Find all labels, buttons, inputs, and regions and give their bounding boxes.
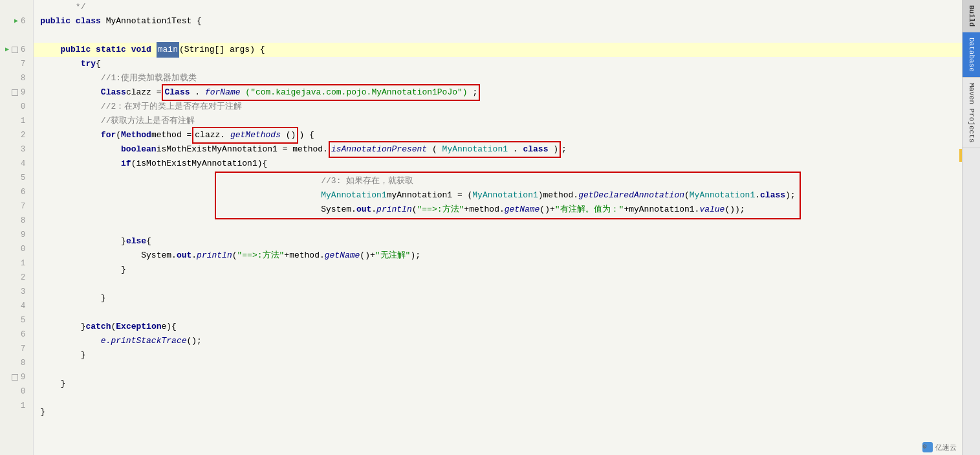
kw-public: public — [40, 14, 71, 28]
main-word-highlight: main — [157, 42, 179, 58]
line-numbers-gutter: ▶ 6 ▶ 6 7 8 9 0 1 2 3 4 5 6 — [0, 0, 34, 455]
code-line-sysout2: System. out . println ( "==>:方法" +method… — [34, 249, 962, 263]
myanno-cast: MyAnnotation1 — [472, 188, 538, 203]
close-main-brace: } — [60, 377, 65, 391]
watermark-area: ⚙ 亿速云 — [922, 442, 957, 452]
line-num-29: 9 — [5, 370, 28, 384]
kw-else: else — [126, 234, 146, 249]
indent13 — [40, 234, 121, 249]
indent20 — [40, 377, 60, 391]
getname-parens2: ()+ — [360, 249, 375, 263]
println-method2: println — [197, 249, 232, 263]
line-num-12: 2 — [5, 128, 28, 142]
code-editor[interactable]: ▶ 6 ▶ 6 7 8 9 0 1 2 3 4 5 6 — [0, 0, 980, 455]
brace-open: { — [96, 57, 101, 71]
code-line-main: public static void main (String[] args) … — [34, 43, 962, 57]
line-num-16: 6 — [5, 185, 28, 199]
code-line-if: if (isMothExistMyAnnotation1){ — [34, 157, 962, 171]
space2 — [101, 14, 106, 28]
line-num-10: 0 — [5, 100, 28, 114]
code-line-class-forname: Class clazz = Class . forName ("com.kaig… — [34, 85, 962, 100]
code-line-close-main: } — [34, 377, 962, 391]
kw-class2: Class — [101, 85, 126, 100]
code-line-close-else: } — [34, 263, 962, 277]
semi2: ; — [561, 142, 567, 157]
print-parens: (); — [186, 334, 201, 348]
ann-paren: ( — [432, 144, 437, 154]
indent1 — [40, 43, 60, 57]
code-line-myannotation: MyAnnotation1 myAnnotation1 = ( MyAnnota… — [220, 188, 795, 203]
line-num-9: 9 — [5, 85, 28, 100]
plus3: +method. — [284, 249, 324, 263]
code-line-blank2 — [34, 220, 962, 234]
red-box-main-block: //3: 如果存在，就获取 MyAnnotation1 myAnnotation… — [215, 172, 800, 219]
comment-end-text: */ — [40, 0, 85, 14]
line-num-27: 7 — [5, 342, 28, 356]
line-num-19: 9 — [5, 228, 28, 242]
close-try: } — [81, 320, 86, 334]
paren-open2: ( — [232, 249, 237, 263]
kw-if: if — [121, 157, 131, 171]
comment2-text: //2：在对于的类上是否存在对于注解 — [101, 100, 242, 114]
myanno-paren1: ( — [684, 188, 690, 203]
code-line-blank4 — [34, 305, 962, 320]
sidebar-tab-maven[interactable]: Maven Projects — [963, 78, 980, 148]
indent11 — [220, 188, 321, 203]
sp — [91, 43, 96, 57]
code-line-public-class: public class MyAnnotation1Test { — [34, 14, 962, 28]
getname-method2: getName — [325, 249, 360, 263]
line-num-14: 4 — [5, 157, 28, 171]
system-text2: System. — [141, 249, 177, 263]
kw-static: static — [96, 43, 126, 57]
comment4-text: //3: 如果存在，就获取 — [321, 174, 413, 188]
indent4 — [40, 85, 101, 100]
code-line-comment-end: */ — [34, 0, 962, 14]
line-num-22: 2 — [5, 271, 28, 285]
getname-method: getName — [505, 203, 540, 217]
red-box-isannotation: isAnnotationPresent ( MyAnnotation1 . cl… — [329, 141, 561, 158]
string-2a: "==>:方法" — [237, 249, 285, 263]
right-sidebar: Build Database Maven Projects — [962, 0, 980, 455]
close-parens2: ); — [410, 249, 420, 263]
if-body: (isMothExistMyAnnotation1){ — [131, 157, 268, 171]
sidebar-tab-database[interactable]: Database — [963, 32, 980, 78]
sidebar-tab-build[interactable]: Build — [963, 0, 980, 32]
code-line-boolean: boolean isMothExistMyAnnotation1 = metho… — [34, 142, 962, 157]
isannotation-method: isAnnotationPresent — [331, 144, 427, 154]
sp — [126, 43, 131, 57]
forname-method: forName — [205, 87, 241, 97]
out-kw2: out — [177, 249, 191, 263]
indent16 — [40, 291, 101, 305]
database-label: Database — [968, 38, 975, 72]
myanno-type: MyAnnotation1 — [321, 188, 386, 203]
code-line-blank6 — [34, 391, 962, 405]
close-brace2: } — [121, 263, 126, 277]
getmethods-parens: () — [286, 130, 296, 140]
line-num-26: 6 — [5, 327, 28, 342]
line-num-18: 8 — [5, 214, 28, 228]
ann-close: ) — [553, 144, 558, 154]
code-content-area[interactable]: */ public class MyAnnotation1Test { publ… — [34, 0, 962, 455]
space1 — [71, 14, 76, 28]
method-var: method = — [151, 128, 191, 142]
code-line-printtrace: e.printStackTrace (); — [34, 334, 962, 348]
sp — [151, 43, 157, 57]
close-catch-brace: } — [81, 348, 86, 362]
indent6 — [40, 114, 101, 128]
code-line-catch: } catch ( Exception e){ — [34, 320, 962, 334]
class-type: Class — [164, 87, 190, 97]
line-num-17: 7 — [5, 199, 28, 214]
code-line-close-catch: } — [34, 348, 962, 362]
line-num-comment-end — [5, 0, 28, 14]
line-num-6a: ▶ 6 — [5, 14, 28, 28]
myanno-class-arg: MyAnnotation1 — [690, 188, 755, 203]
code-line-blank3 — [34, 277, 962, 291]
println1: . — [371, 203, 376, 217]
indent3 — [40, 71, 101, 85]
kw-class4: class — [760, 188, 785, 203]
code-line-comment1: //1:使用类加载器加载类 — [34, 71, 962, 85]
code-line-comment4: //3: 如果存在，就获取 — [220, 174, 795, 188]
indent19 — [40, 348, 80, 362]
close-parens1: ()); — [724, 203, 745, 217]
kw-method-type: Method — [121, 128, 151, 142]
